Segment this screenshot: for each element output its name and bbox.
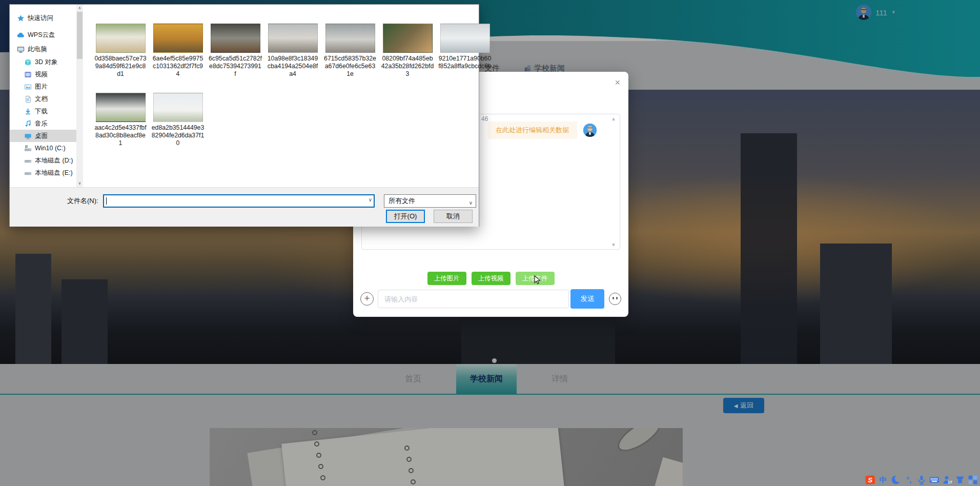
keyboard-icon[interactable] xyxy=(929,475,940,485)
file-thumbnail xyxy=(383,24,433,53)
filetype-select[interactable]: 所有文件 ∨ xyxy=(384,194,476,208)
sidebar-item-桌面[interactable]: 桌面 xyxy=(10,130,76,142)
upload-buttons-row: 上传图片上传视频上传文件 xyxy=(353,272,628,285)
sidebar-item-音乐[interactable]: 音乐 xyxy=(10,117,76,130)
scroll-up-icon[interactable]: ▲ xyxy=(611,116,616,121)
filename-input[interactable] xyxy=(104,195,374,207)
badge-count: 17 xyxy=(948,480,952,484)
sidebar-item-3D 对象[interactable]: 3D 对象 xyxy=(10,56,76,68)
film-icon xyxy=(24,71,32,78)
file-item[interactable]: ed8a2b3514449e382904fe2d6da37f10 xyxy=(151,93,205,147)
toolbox-icon[interactable] xyxy=(968,475,978,485)
file-thumbnail xyxy=(153,93,203,122)
emoji-icon[interactable] xyxy=(609,293,621,305)
contacts-icon[interactable]: 17 xyxy=(942,475,952,485)
file-grid: 0d358baec57ce739a84d59f621e9c8d16ae4ef5c… xyxy=(83,5,479,187)
download-icon xyxy=(24,108,32,115)
plus-icon[interactable]: + xyxy=(360,292,374,306)
file-thumbnail xyxy=(96,93,146,122)
sidebar-item-label: 图片 xyxy=(35,83,48,91)
file-thumbnail xyxy=(96,24,146,53)
sidebar-item-label: 桌面 xyxy=(35,132,48,140)
file-item[interactable]: 08209bf74a485eb42a35b28fd262bfd3 xyxy=(381,24,434,78)
computer-icon xyxy=(17,46,25,53)
sidebar-item-label: 视频 xyxy=(35,70,48,79)
sidebar-item-文档[interactable]: 文档 xyxy=(10,93,76,105)
scrollbar-thumb[interactable] xyxy=(77,12,83,59)
message-avatar xyxy=(583,124,597,137)
message-bubble: 在此处进行编辑相关数据 xyxy=(487,121,577,139)
chevron-down-icon: ∨ xyxy=(469,197,473,209)
sidebar-item-快速访问[interactable]: 快速访问 xyxy=(10,12,76,24)
file-name: 10a98e8f3c18349cba4194a2504e8fa4 xyxy=(266,55,319,78)
sidebar-item-Win10 (C:)[interactable]: Win10 (C:) xyxy=(10,142,76,154)
scroll-up-icon[interactable]: ∧ xyxy=(76,5,83,12)
chat-message-input[interactable] xyxy=(378,290,569,308)
file-item[interactable]: 6c95ca5d51c2782fe8dc75394273991f xyxy=(209,24,262,78)
file-thumbnail xyxy=(153,24,203,53)
upload-button-上传文件[interactable]: 上传文件 xyxy=(516,272,555,285)
sidebar-item-WPS云盘[interactable]: WPS云盘 xyxy=(10,29,76,41)
file-name: 6ae4ef5c85e9975c1031362df2f7fc94 xyxy=(151,55,205,78)
moon-icon[interactable] xyxy=(891,475,901,485)
file-name: 9210e1771a90b60f852a8ffa9cbcdc6b xyxy=(438,55,492,70)
chevron-down-icon[interactable]: ∨ xyxy=(369,197,372,202)
file-thumbnail xyxy=(325,24,375,53)
microphone-icon[interactable] xyxy=(916,475,927,485)
file-item[interactable]: 6ae4ef5c85e9975c1031362df2f7fc94 xyxy=(151,24,205,78)
file-item[interactable]: 0d358baec57ce739a84d59f621e9c8d1 xyxy=(94,24,147,78)
file-thumbnail xyxy=(211,24,260,53)
message-row: 在此处进行编辑相关数据 xyxy=(487,121,597,139)
sidebar-scrollbar[interactable]: ∧ ∨ xyxy=(76,5,83,187)
cube-icon xyxy=(24,58,32,66)
image-icon xyxy=(24,83,32,91)
sidebar-item-此电脑[interactable]: 此电脑 xyxy=(10,43,76,55)
skin-icon[interactable] xyxy=(955,475,965,485)
chat-input-row: + 发送 xyxy=(360,289,621,309)
file-thumbnail xyxy=(268,24,318,53)
drive-icon xyxy=(24,169,32,177)
star-icon xyxy=(17,14,25,22)
sidebar-item-本地磁盘 (D:)[interactable]: 本地磁盘 (D:) xyxy=(10,154,76,167)
file-item[interactable]: 6715cd58357b32ea67d6e0fe6c5e631e xyxy=(323,24,377,78)
file-item[interactable]: 9210e1771a90b60f852a8ffa9cbcdc6b xyxy=(438,24,492,70)
music-icon xyxy=(24,120,32,128)
sidebar-item-图片[interactable]: 图片 xyxy=(10,80,76,93)
sidebar-item-label: 此电脑 xyxy=(28,45,47,54)
punctuation-icon[interactable]: °, xyxy=(904,475,914,485)
sogou-logo-icon[interactable]: S xyxy=(865,475,875,485)
scroll-down-icon[interactable]: ∨ xyxy=(76,180,83,187)
sidebar-item-视频[interactable]: 视频 xyxy=(10,68,76,80)
ime-toolbar: S中°,17 xyxy=(865,474,978,486)
sidebar-item-label: 音乐 xyxy=(35,119,48,128)
chinese-mode-icon[interactable]: 中 xyxy=(878,475,888,485)
document-icon xyxy=(24,95,32,103)
sidebar-item-label: 文档 xyxy=(35,95,48,104)
send-button[interactable]: 发送 xyxy=(570,289,604,309)
file-dialog-sidebar: 快速访问WPS云盘此电脑3D 对象视频图片文档下载音乐桌面Win10 (C:)本… xyxy=(10,5,76,187)
text-caret xyxy=(106,197,107,205)
chinese-mode-icon-glyph: 中 xyxy=(880,475,887,485)
file-dialog-footer: 文件名(N): ∨ 所有文件 ∨ 打开(O) 取消 xyxy=(10,187,479,227)
cancel-button[interactable]: 取消 xyxy=(434,210,473,223)
scroll-down-icon[interactable]: ▼ xyxy=(611,242,616,248)
file-name: 0d358baec57ce739a84d59f621e9c8d1 xyxy=(94,55,147,78)
sidebar-item-label: Win10 (C:) xyxy=(35,145,66,152)
close-icon[interactable]: × xyxy=(615,78,620,87)
file-item[interactable]: aac4c2d5e4337fbf8ad30c8b8eacf8e1 xyxy=(94,93,147,147)
filename-combobox: ∨ xyxy=(103,194,375,208)
file-name: 08209bf74a485eb42a35b28fd262bfd3 xyxy=(381,55,434,78)
upload-button-上传视频[interactable]: 上传视频 xyxy=(472,272,511,285)
filename-label: 文件名(N): xyxy=(67,194,98,208)
sidebar-item-下载[interactable]: 下载 xyxy=(10,105,76,117)
screen: 111 ▼ 文件 学校新闻 首页学校新闻详情 ◀ 返回 xyxy=(0,0,980,486)
filetype-value: 所有文件 xyxy=(389,197,415,205)
file-item[interactable]: 10a98e8f3c18349cba4194a2504e8fa4 xyxy=(266,24,319,78)
svg-text:S: S xyxy=(868,476,872,484)
sidebar-item-本地磁盘 (E:)[interactable]: 本地磁盘 (E:) xyxy=(10,167,76,179)
upload-button-上传图片[interactable]: 上传图片 xyxy=(427,272,466,285)
file-name: 6c95ca5d51c2782fe8dc75394273991f xyxy=(209,55,262,78)
punctuation-icon-glyph: °, xyxy=(906,475,911,485)
file-name: aac4c2d5e4337fbf8ad30c8b8eacf8e1 xyxy=(94,124,147,147)
open-button[interactable]: 打开(O) xyxy=(386,210,425,223)
